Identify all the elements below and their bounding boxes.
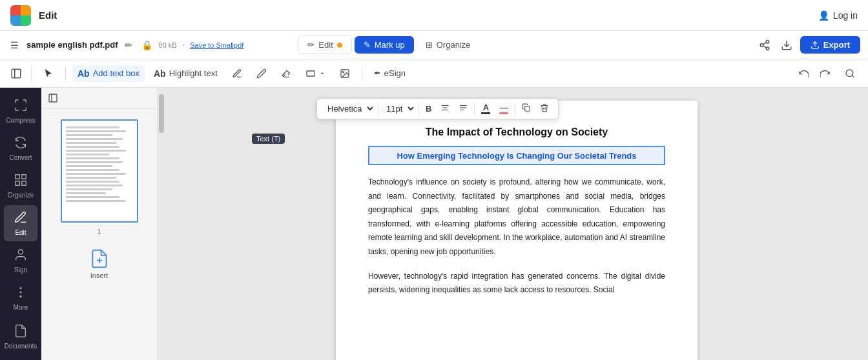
- sidebar-item-organize[interactable]: Organize: [4, 168, 37, 204]
- login-label: Log in: [833, 10, 858, 21]
- add-text-box-button[interactable]: Ab Add text box: [72, 65, 145, 82]
- thumbnail-header: [41, 88, 157, 109]
- header-left: Edit: [10, 5, 57, 26]
- svg-point-11: [342, 71, 344, 72]
- pdf-para-2: However, technology's rapid integration …: [368, 270, 665, 297]
- thumbnail-header-icon: [48, 93, 58, 103]
- thumbnail-page-1[interactable]: [61, 119, 138, 223]
- font-size-select[interactable]: 11pt: [381, 102, 416, 115]
- documents-label: Documents: [5, 343, 37, 350]
- image-tool-button[interactable]: [335, 65, 355, 82]
- undo-redo-group: [793, 65, 836, 82]
- edit-tab-label: Edit: [318, 40, 333, 50]
- text-color-button[interactable]: A: [477, 101, 494, 116]
- user-icon: 👤: [818, 10, 829, 21]
- svg-rect-23: [16, 181, 19, 185]
- main-layout: Compress Convert Organize Edit Sign: [0, 88, 868, 360]
- export-button[interactable]: Export: [800, 36, 860, 54]
- sidebar-item-convert[interactable]: Convert: [4, 130, 37, 166]
- save-link[interactable]: Save to Smallpdf: [190, 41, 243, 49]
- page-title: Edit: [39, 10, 57, 21]
- highlight-color-button[interactable]: —: [495, 101, 512, 116]
- toolbar-sep-1: [31, 66, 32, 81]
- share-button[interactable]: [756, 37, 773, 54]
- tab-markup[interactable]: ✎ Mark up: [355, 36, 414, 54]
- search-button[interactable]: [840, 65, 860, 82]
- svg-rect-20: [525, 106, 530, 112]
- pencil-tool-button[interactable]: [251, 65, 272, 82]
- scroll-thumb[interactable]: [159, 94, 164, 133]
- svg-point-25: [18, 250, 23, 254]
- svg-rect-7: [12, 69, 21, 78]
- bold-button[interactable]: B: [422, 102, 435, 115]
- more-label: More: [14, 304, 28, 311]
- text-tool-badge: Text (T): [252, 134, 285, 144]
- align-justify-button[interactable]: [455, 101, 471, 116]
- edit-label: Edit: [15, 229, 26, 236]
- markup-tab-icon: ✎: [364, 40, 371, 50]
- insert-page-button[interactable]: Insert: [81, 241, 118, 287]
- sidebar-item-documents[interactable]: Documents: [4, 319, 37, 355]
- sidebar-item-more[interactable]: More: [4, 280, 37, 316]
- eraser-tool-button[interactable]: [276, 65, 296, 82]
- rename-file-button[interactable]: ✏: [122, 37, 135, 53]
- edit-icon: [14, 210, 28, 228]
- sidebar-item-edit[interactable]: Edit: [4, 205, 37, 241]
- svg-rect-22: [22, 175, 26, 179]
- align-center-button[interactable]: [437, 101, 453, 116]
- logo-q2: [21, 5, 31, 15]
- hamburger-menu-button[interactable]: ☰: [8, 37, 21, 53]
- svg-rect-9: [307, 71, 315, 76]
- page-number-1: 1: [97, 228, 101, 235]
- login-button[interactable]: 👤 Log in: [818, 10, 858, 21]
- add-text-box-label: Add text box: [93, 68, 140, 78]
- edit-tab-icon: ✏: [307, 40, 315, 50]
- shapes-tool-button[interactable]: [300, 65, 331, 82]
- svg-point-26: [20, 292, 21, 293]
- text-format-toolbar: Helvetica 11pt B A —: [316, 98, 559, 119]
- pdf-subtitle-selected[interactable]: How Emerging Technology Is Changing Our …: [368, 146, 665, 165]
- organize-icon: [14, 173, 28, 190]
- pdf-page: The Impact of Technology on Society How …: [336, 101, 698, 360]
- svg-point-1: [760, 43, 763, 46]
- redo-button[interactable]: [815, 65, 836, 82]
- pdf-title: The Impact of Technology on Society: [368, 126, 665, 138]
- sign-icon: [14, 248, 28, 265]
- font-family-select[interactable]: Helvetica: [322, 102, 375, 115]
- sidebar-item-sign[interactable]: Sign: [4, 243, 37, 279]
- organize-label: Organize: [8, 192, 34, 199]
- app-logo: [10, 5, 31, 26]
- svg-point-12: [846, 70, 853, 77]
- secondary-header: ☰ sample english pdf.pdf ✏ 🔒 80 kB · Sav…: [0, 31, 868, 59]
- insert-icon: [89, 248, 110, 269]
- sidebar-item-compress[interactable]: Compress: [4, 93, 37, 129]
- cursor-tool-button[interactable]: [38, 65, 59, 82]
- svg-rect-29: [49, 94, 57, 102]
- sidebar-toggle-button[interactable]: [8, 65, 25, 82]
- tab-edit[interactable]: ✏ Edit: [298, 35, 351, 54]
- toolbar-sep-3: [362, 66, 362, 81]
- logo-q3: [10, 15, 21, 26]
- convert-icon: [14, 135, 28, 153]
- svg-point-28: [20, 296, 21, 297]
- vertical-scrollbar[interactable]: [158, 88, 165, 360]
- file-name: sample english pdf.pdf: [26, 40, 118, 50]
- header-actions: Export: [756, 36, 860, 54]
- mode-tabs: ✏ Edit ✎ Mark up ⊞ Organize: [298, 35, 479, 54]
- lock-file-button[interactable]: 🔒: [139, 37, 155, 53]
- highlight-text-button[interactable]: Ab Highlight text: [149, 65, 223, 82]
- organize-tab-label: Organize: [437, 40, 471, 50]
- pen-tool-button[interactable]: [227, 65, 247, 82]
- esign-button[interactable]: ✒ eSign: [369, 65, 411, 81]
- duplicate-button[interactable]: [518, 101, 535, 116]
- undo-button[interactable]: [793, 65, 814, 82]
- svg-point-27: [20, 288, 21, 289]
- tab-organize[interactable]: ⊞ Organize: [417, 36, 480, 54]
- convert-label: Convert: [9, 154, 32, 161]
- delete-text-button[interactable]: [536, 101, 553, 116]
- compress-label: Compress: [6, 117, 36, 124]
- pdf-subtitle-text: How Emerging Technology Is Changing Our …: [397, 151, 636, 161]
- export-label: Export: [823, 40, 850, 50]
- download-button[interactable]: [778, 37, 795, 54]
- content-area: Text (T) The Impact of Technology on Soc…: [165, 88, 868, 360]
